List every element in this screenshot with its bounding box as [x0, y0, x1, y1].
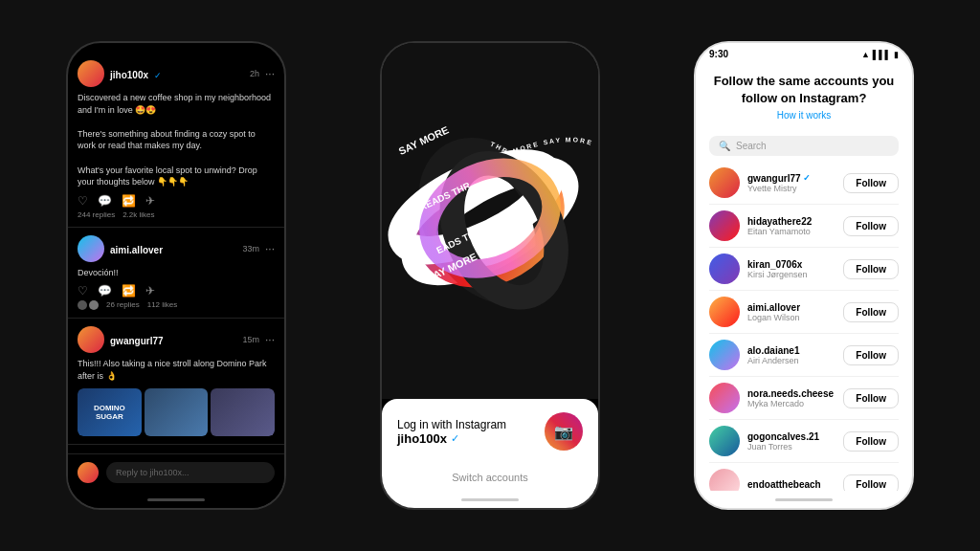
post-time-3: 15m	[242, 335, 259, 344]
wifi-icon: ▲	[861, 50, 870, 59]
status-bar: 9:30 ▲ ▌▌▌ ▮	[696, 43, 912, 61]
feed-screen: jiho100x ✓ 2h ··· Discovered a new coffe…	[68, 43, 284, 453]
reply-input[interactable]: Reply to jiho100x...	[106, 462, 275, 483]
home-bar-middle	[461, 498, 519, 501]
follow-button-hidayathere22[interactable]: Follow	[843, 216, 899, 236]
home-bar-right	[775, 498, 833, 501]
user-row-kiran0706x: kiran_0706x Kirsi Jørgensen Follow	[709, 248, 899, 291]
follow-header: Follow the same accounts youfollow on In…	[696, 61, 912, 136]
realname-kiran0706x: Kirsi Jørgensen	[747, 270, 835, 279]
search-bar[interactable]: 🔍 Search	[709, 136, 899, 156]
avatar-aimi	[78, 235, 104, 262]
reply-placeholder: Reply to jiho100x...	[116, 468, 189, 477]
post-actions-1: ♡ 💬 🔁 ✈	[78, 194, 275, 208]
login-username: jiho100x	[397, 431, 447, 446]
follow-button-kiran0706x[interactable]: Follow	[843, 259, 899, 279]
user-row-aimiallover: aimi.allover Logan Wilson Follow	[709, 291, 899, 334]
username-display-gogoncalves21: gogoncalves.21	[747, 431, 835, 442]
replies-2: 26 replies	[106, 300, 140, 310]
avatar-endoatthebeach	[709, 469, 740, 491]
follow-button-gogoncalves21[interactable]: Follow	[843, 431, 899, 452]
follow-button-gwangurl77[interactable]: Follow	[843, 173, 899, 193]
search-icon: 🔍	[719, 141, 730, 151]
login-title: Log in with Instagram	[397, 418, 506, 431]
comment-icon-2[interactable]: 💬	[98, 284, 112, 298]
status-time: 9:30	[709, 49, 728, 59]
post-time-1: 2h	[250, 69, 259, 78]
post-more-1: ···	[265, 67, 275, 80]
user-row-endoatthebeach: endoatthebeach Follow	[709, 463, 899, 491]
user-list: gwangurl77 ✓ Yvette Mistry Follow hidaya…	[696, 162, 912, 491]
username-display-gwangurl77: gwangurl77 ✓	[747, 173, 835, 184]
user-row-noraneedscheese: nora.needs.cheese Myka Mercado Follow	[709, 377, 899, 420]
realname-gogoncalves21: Juan Torres	[747, 442, 835, 452]
replies-1: 244 replies	[78, 210, 115, 219]
user-row-gogoncalves21: gogoncalves.21 Juan Torres Follow	[709, 420, 899, 463]
user-row-gwangurl77: gwangurl77 ✓ Yvette Mistry Follow	[709, 162, 899, 205]
follow-button-aimiallover[interactable]: Follow	[843, 302, 899, 322]
username-display-aimiallover: aimi.allover	[747, 302, 835, 313]
instagram-camera-icon: 📷	[554, 423, 573, 441]
post-more-3: ···	[265, 333, 275, 346]
like-icon[interactable]: ♡	[78, 194, 88, 208]
signal-icon: ▌▌▌	[873, 50, 891, 59]
avatar-noraneedscheese	[709, 383, 740, 413]
liker-avatar-1	[78, 300, 87, 310]
post-images: DOMINOSUGAR	[78, 388, 275, 436]
avatar-gwangurl77	[78, 326, 104, 353]
realname-hidayathere22: Eitan Yamamoto	[747, 227, 835, 236]
repost-icon[interactable]: 🔁	[122, 194, 136, 208]
share-icon-2[interactable]: ✈	[145, 284, 155, 298]
instagram-icon[interactable]: 📷	[545, 412, 583, 451]
home-indicator-right	[696, 491, 912, 508]
liker-avatar-2	[89, 300, 99, 310]
follow-button-endoatthebeach[interactable]: Follow	[843, 474, 899, 491]
avatar-gogoncalves21	[709, 426, 740, 456]
follow-button-noraneedscheese[interactable]: Follow	[843, 388, 899, 408]
post-actions-2: ♡ 💬 🔁 ✈	[78, 284, 275, 298]
threads-swirl-svg: SAY MORE SAY MORE SAY MORE SAY MORE THRE…	[382, 43, 598, 399]
comment-icon[interactable]: 💬	[98, 194, 112, 208]
how-it-works-link[interactable]: How it works	[711, 110, 897, 121]
share-icon[interactable]: ✈	[145, 194, 155, 208]
avatar-kiran0706x	[709, 253, 740, 284]
post-1: jiho100x ✓ 2h ··· Discovered a new coffe…	[68, 53, 284, 228]
post-image-2	[145, 388, 209, 436]
username-display-hidayathere22: hidayathere22	[747, 216, 835, 227]
realname-aimiallover: Logan Wilson	[747, 313, 835, 322]
post-text-2: Devoción!!	[78, 267, 275, 279]
switch-accounts[interactable]: Switch accounts	[382, 464, 598, 491]
realname-noraneedscheese: Myka Mercado	[747, 399, 835, 408]
follow-title: Follow the same accounts youfollow on In…	[711, 73, 897, 107]
login-verified: ✓	[451, 432, 459, 445]
home-indicator-left	[68, 491, 284, 508]
post-text-1: Discovered a new coffee shop in my neigh…	[78, 92, 275, 188]
verified-jiho100x: ✓	[154, 71, 162, 80]
post-more-2: ···	[265, 242, 275, 255]
search-placeholder: Search	[736, 141, 767, 151]
post-time-2: 33m	[242, 244, 259, 253]
home-indicator-middle	[382, 491, 598, 508]
avatar-alodaiane1	[709, 340, 740, 370]
likes-2: 112 likes	[147, 300, 178, 310]
reply-avatar	[78, 462, 99, 483]
post-stats-2: 26 replies 112 likes	[78, 300, 275, 310]
username-aimi: aimi.allover	[110, 245, 163, 255]
username-display-endoatthebeach: endoatthebeach	[747, 479, 835, 490]
realname-gwangurl77: Yvette Mistry	[747, 184, 835, 193]
post-text-3: This!!! Also taking a nice stroll along …	[78, 358, 275, 382]
reply-bar: Reply to jiho100x...	[68, 453, 284, 491]
like-icon-2[interactable]: ♡	[78, 284, 88, 298]
repost-icon-2[interactable]: 🔁	[122, 284, 136, 298]
phone-follow: 9:30 ▲ ▌▌▌ ▮ Follow the same accounts yo…	[694, 41, 914, 510]
post-2: aimi.allover 33m ··· Devoción!! ♡ 💬 🔁 ✈	[68, 228, 284, 320]
username-display-noraneedscheese: nora.needs.cheese	[747, 388, 835, 399]
username-gwangurl77: gwangurl77	[110, 336, 164, 346]
user-row-hidayathere22: hidayathere22 Eitan Yamamoto Follow	[709, 205, 899, 248]
username-display-alodaiane1: alo.daiane1	[747, 345, 835, 356]
post-stats-1: 244 replies 2.2k likes	[78, 210, 275, 219]
verified-badge: ✓	[803, 173, 811, 183]
phone-feed: jiho100x ✓ 2h ··· Discovered a new coffe…	[66, 41, 286, 510]
follow-button-alodaiane1[interactable]: Follow	[843, 345, 899, 365]
avatar-jiho100x	[78, 60, 104, 87]
